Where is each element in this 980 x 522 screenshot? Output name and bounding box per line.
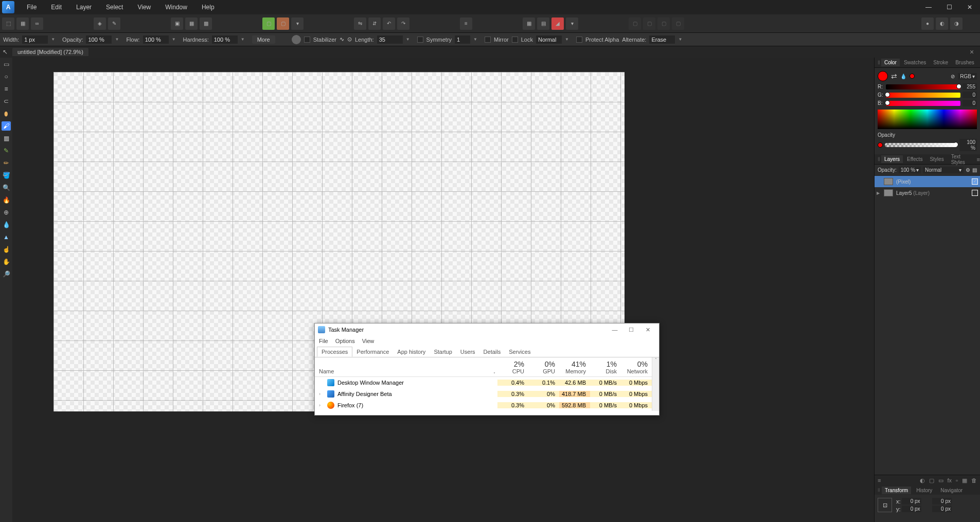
symmetry-checkbox[interactable] [417,37,423,43]
toolbar-back-icon[interactable]: ▢ [277,17,289,30]
layer-visible-checkbox[interactable]: ✓ [972,178,978,185]
toolbar-snap3-icon[interactable]: ◢ [551,17,564,30]
g-slider[interactable] [886,93,960,98]
blend-input[interactable]: Normal [536,35,562,44]
tab-brushes[interactable]: Brushes [952,59,977,66]
tm-menu-view[interactable]: View [362,338,375,344]
new-layer-icon[interactable]: ▫ [956,477,958,483]
alternate-input[interactable]: Erase [649,35,675,44]
secondary-color-icon[interactable] [910,74,915,79]
tm-tab-startup[interactable]: Startup [430,347,456,356]
window-close-icon[interactable]: ✕ [959,0,980,14]
canvas-area[interactable] [12,58,874,522]
h-input[interactable]: 0 px [932,506,952,512]
pan-tool[interactable]: ✋ [2,257,11,266]
layer-settings-icon[interactable]: ⚙ [966,167,970,173]
tm-header-disk[interactable]: 1%Disk [590,360,621,376]
toolbar-rotate-l-icon[interactable]: ↶ [383,17,395,30]
w-input[interactable]: 0 px [932,498,952,505]
tm-tab-details[interactable]: Details [479,347,505,356]
eyedropper-icon[interactable]: 💧 [900,74,906,79]
b-value[interactable]: 0 [963,100,977,106]
tm-header-gpu[interactable]: 0%GPU [528,360,559,376]
toolbar-snap2-icon[interactable]: ▤ [537,17,549,30]
tm-tab-users[interactable]: Users [456,347,479,356]
toolbar-crop3-icon[interactable]: ▢ [657,17,670,30]
toolbar-align-icon[interactable]: ≡ [460,17,472,30]
selection-brush-tool[interactable]: ⬮ [2,109,11,118]
tm-tab-services[interactable]: Services [505,347,534,356]
toolbar-help2-icon[interactable]: ◐ [936,17,948,30]
tab-layers[interactable]: Layers [881,155,903,163]
chevron-down-icon[interactable]: ˅ [493,372,497,376]
width-input[interactable]: 1 px [22,35,48,44]
toolbar-flip-v-icon[interactable]: ⇵ [368,17,381,30]
tab-effects[interactable]: Effects [904,155,925,163]
protect-checkbox[interactable] [576,37,582,43]
burn-tool[interactable]: 🔥 [2,195,11,205]
paint-brush-tool[interactable]: 🖌 [2,121,11,131]
opacity-value[interactable]: 100 % [959,139,977,151]
tm-close-icon[interactable]: ✕ [639,327,656,333]
anchor-icon[interactable]: ⊡ [878,498,892,512]
layer-fx-icon[interactable]: ▤ [972,167,977,173]
tab-styles[interactable]: Styles [926,155,947,163]
toolbar-refine-icon[interactable]: ▩ [200,17,212,30]
new-pixel-icon[interactable]: ▦ [962,477,967,484]
toolbar-save-icon[interactable]: ✎ [108,17,120,30]
menu-window[interactable]: Window [158,0,194,14]
lasso-tool[interactable]: ⊂ [2,97,11,106]
symmetry-input[interactable]: 1 [455,35,470,44]
tm-tab-performance[interactable]: Performance [352,347,393,356]
opacity-input[interactable]: 100 % [86,35,112,44]
sharpen-tool[interactable]: ▲ [2,232,11,242]
color-swap-icon[interactable]: ⇄ [891,72,897,80]
toolbar-crop4-icon[interactable]: ▢ [672,17,684,30]
flow-input[interactable]: 100 % [143,35,169,44]
smudge-tool[interactable]: ☝ [2,245,11,254]
menu-select[interactable]: Select [99,0,130,14]
r-value[interactable]: 255 [963,83,977,90]
tab-swatches[interactable]: Swatches [901,59,929,66]
persona-export-icon[interactable]: ∞ [31,17,43,30]
tab-navigator[interactable]: Navigator [937,487,966,494]
group-icon[interactable]: ▭ [938,477,943,484]
tm-header-cpu[interactable]: 2%CPU [497,360,528,376]
layer-row-pixel[interactable]: (Pixel) ✓ [875,176,980,187]
layer-visible-checkbox[interactable] [972,190,978,196]
marquee-rect-tool[interactable]: ▭ [2,60,11,69]
stabilizer-checkbox[interactable] [304,37,310,43]
tm-scrollbar[interactable]: ˄ [652,357,659,411]
menu-layer[interactable]: Layer [69,0,99,14]
toolbar-front-icon[interactable]: ▢ [262,17,275,30]
tm-minimize-icon[interactable]: — [607,327,623,333]
window-maximize-icon[interactable]: ☐ [939,0,959,14]
layer-opacity-input[interactable]: 100 % ▾ [899,167,921,173]
tm-header-mem[interactable]: 41%Memory [559,360,590,376]
brush-preview-icon[interactable] [292,35,301,44]
g-value[interactable]: 0 [963,92,977,98]
lock-checkbox[interactable] [512,37,518,43]
menu-view[interactable]: View [130,0,158,14]
marquee-row-tool[interactable]: ≡ [2,84,11,94]
toolbar-order-icon[interactable]: ▾ [291,17,304,30]
x-input[interactable]: 0 px [902,498,921,505]
erase-tool[interactable]: ✏ [2,158,11,168]
tab-stroke[interactable]: Stroke [930,59,951,66]
toolbar-crop2-icon[interactable]: ▢ [643,17,655,30]
mirror-checkbox[interactable] [485,37,491,43]
tm-headers[interactable]: Name ˅ 2%CPU 0%GPU 41%Memory 1%Disk 0%Ne… [315,357,652,377]
document-tab[interactable]: untitled [Modified] (72.9%) [12,48,88,56]
more-button[interactable]: More [252,35,275,44]
fx-icon[interactable]: fx [948,477,952,483]
menu-help[interactable]: Help [194,0,222,14]
toolbar-grow-icon[interactable]: ▦ [185,17,198,30]
pixel-tool[interactable]: ▦ [2,134,11,143]
clone-tool[interactable]: ⊕ [2,208,11,217]
cursor-icon[interactable]: ↖ [0,48,10,56]
color-field[interactable] [878,110,977,129]
tab-transform[interactable]: Transform [882,487,911,494]
layer-expand-icon[interactable]: ▶ [877,191,881,195]
r-slider[interactable] [886,84,960,89]
hardness-input[interactable]: 100 % [212,35,238,44]
